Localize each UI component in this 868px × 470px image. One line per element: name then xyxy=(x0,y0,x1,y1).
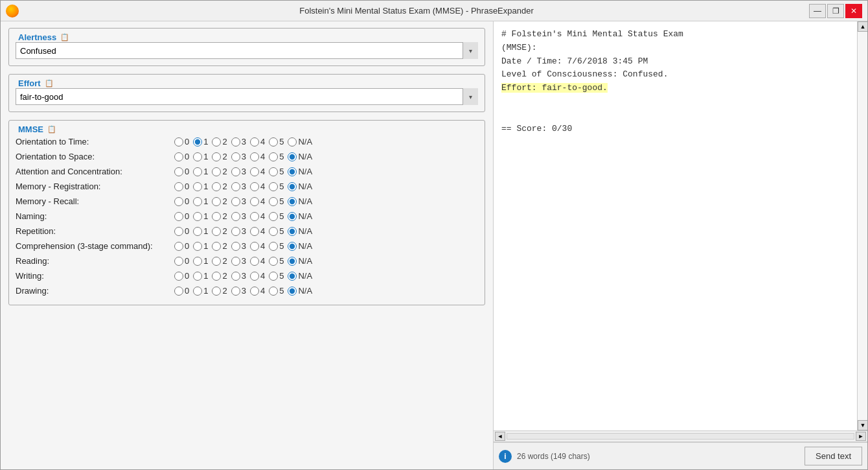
radio-input[interactable] xyxy=(269,212,278,221)
radio-input[interactable] xyxy=(269,227,278,236)
radio-input[interactable] xyxy=(250,272,259,281)
radio-input[interactable] xyxy=(231,137,240,147)
radio-input[interactable] xyxy=(250,287,259,296)
send-text-button[interactable]: Send text xyxy=(805,447,862,465)
scroll-right-arrow[interactable]: ► xyxy=(856,432,866,441)
radio-input[interactable] xyxy=(231,257,240,266)
radio-input[interactable] xyxy=(174,272,183,281)
radio-input[interactable] xyxy=(212,137,221,147)
radio-input[interactable] xyxy=(174,182,183,191)
radio-input[interactable] xyxy=(212,242,221,251)
minimize-button[interactable]: — xyxy=(809,4,826,18)
radio-input[interactable] xyxy=(212,257,221,266)
effort-edit-icon[interactable]: 📋 xyxy=(45,79,54,88)
alertness-edit-icon[interactable]: 📋 xyxy=(60,33,69,41)
radio-input[interactable] xyxy=(288,212,297,221)
mmse-row-label: Orientation to Time: xyxy=(16,137,174,147)
radio-input[interactable] xyxy=(193,257,202,266)
radio-input[interactable] xyxy=(288,272,297,281)
radio-input[interactable] xyxy=(231,167,240,176)
radio-input[interactable] xyxy=(231,197,240,206)
radio-input[interactable] xyxy=(288,257,297,266)
radio-input[interactable] xyxy=(231,287,240,296)
radio-input[interactable] xyxy=(288,167,297,176)
radio-item: 2 xyxy=(212,137,227,147)
radio-label: N/A xyxy=(298,152,312,161)
radio-input[interactable] xyxy=(174,242,183,251)
radio-input[interactable] xyxy=(288,197,297,206)
radio-input[interactable] xyxy=(193,227,202,236)
radio-input[interactable] xyxy=(193,212,202,221)
right-scrollbar[interactable]: ▲ ▼ xyxy=(857,21,867,430)
radio-input[interactable] xyxy=(174,212,183,221)
radio-input[interactable] xyxy=(174,227,183,236)
radio-input[interactable] xyxy=(231,272,240,281)
radio-input[interactable] xyxy=(212,227,221,236)
radio-input[interactable] xyxy=(212,167,221,176)
radio-input[interactable] xyxy=(250,137,259,147)
radio-input[interactable] xyxy=(231,152,240,161)
radio-input[interactable] xyxy=(250,197,259,206)
radio-input[interactable] xyxy=(193,197,202,206)
radio-label: 4 xyxy=(260,211,265,221)
radio-input[interactable] xyxy=(288,287,297,296)
scroll-left-arrow[interactable]: ◄ xyxy=(495,432,505,441)
scroll-down-arrow[interactable]: ▼ xyxy=(858,420,867,430)
radio-input[interactable] xyxy=(174,197,183,206)
radio-input[interactable] xyxy=(250,152,259,161)
radio-input[interactable] xyxy=(269,152,278,161)
radio-input[interactable] xyxy=(212,182,221,191)
radio-input[interactable] xyxy=(288,182,297,191)
mmse-edit-icon[interactable]: 📋 xyxy=(47,125,56,134)
horizontal-scrollbar[interactable]: ◄ ► xyxy=(494,430,867,442)
radio-input[interactable] xyxy=(269,257,278,266)
radio-input[interactable] xyxy=(193,242,202,251)
radio-input[interactable] xyxy=(193,287,202,296)
radio-input[interactable] xyxy=(269,137,278,147)
radio-input[interactable] xyxy=(212,287,221,296)
radio-input[interactable] xyxy=(174,152,183,161)
radio-input[interactable] xyxy=(250,212,259,221)
scroll-track[interactable] xyxy=(858,32,867,420)
radio-input[interactable] xyxy=(193,137,202,147)
radio-input[interactable] xyxy=(250,182,259,191)
radio-input[interactable] xyxy=(212,152,221,161)
radio-input[interactable] xyxy=(288,137,297,147)
radio-input[interactable] xyxy=(250,257,259,266)
radio-input[interactable] xyxy=(231,242,240,251)
radio-input[interactable] xyxy=(193,272,202,281)
radio-input[interactable] xyxy=(269,287,278,296)
radio-input[interactable] xyxy=(174,167,183,176)
radio-item: 5 xyxy=(269,286,284,296)
radio-input[interactable] xyxy=(269,242,278,251)
radio-input[interactable] xyxy=(269,197,278,206)
radio-item: 0 xyxy=(174,271,189,281)
radio-input[interactable] xyxy=(231,212,240,221)
radio-input[interactable] xyxy=(174,137,183,147)
radio-input[interactable] xyxy=(288,242,297,251)
radio-input[interactable] xyxy=(231,227,240,236)
radio-input[interactable] xyxy=(193,152,202,161)
scroll-up-arrow[interactable]: ▲ xyxy=(858,21,867,32)
radio-input[interactable] xyxy=(193,182,202,191)
radio-input[interactable] xyxy=(212,197,221,206)
radio-input[interactable] xyxy=(288,152,297,161)
radio-input[interactable] xyxy=(250,167,259,176)
radio-input[interactable] xyxy=(174,287,183,296)
radio-input[interactable] xyxy=(250,227,259,236)
radio-input[interactable] xyxy=(193,167,202,176)
radio-input[interactable] xyxy=(269,182,278,191)
h-scroll-track[interactable] xyxy=(507,433,854,440)
close-button[interactable]: ✕ xyxy=(845,4,862,18)
radio-input[interactable] xyxy=(250,242,259,251)
radio-input[interactable] xyxy=(212,272,221,281)
radio-input[interactable] xyxy=(269,167,278,176)
radio-input[interactable] xyxy=(269,272,278,281)
effort-select[interactable]: poor fair fair-to-good good excellent xyxy=(16,88,478,105)
radio-input[interactable] xyxy=(212,212,221,221)
alertness-select[interactable]: Alert Confused Lethargic Obtunded Stupor… xyxy=(16,42,478,59)
radio-input[interactable] xyxy=(288,227,297,236)
radio-input[interactable] xyxy=(231,182,240,191)
restore-button[interactable]: ❐ xyxy=(827,4,844,18)
radio-input[interactable] xyxy=(174,257,183,266)
